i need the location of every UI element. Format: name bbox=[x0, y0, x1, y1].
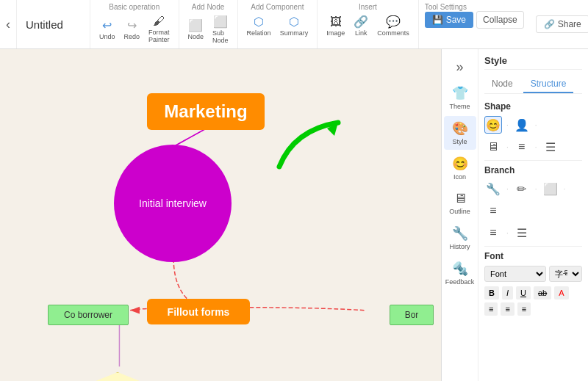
comments-icon: 💬 bbox=[386, 15, 401, 29]
node-button[interactable]: ⬜ Node bbox=[185, 17, 207, 42]
green-arrow bbox=[272, 115, 360, 174]
save-label: Save bbox=[446, 15, 466, 25]
undo-label: Undo bbox=[99, 33, 115, 40]
toolbar-insert-label: Insert bbox=[359, 3, 377, 11]
branch-item-5[interactable]: ≡ bbox=[484, 224, 502, 242]
sidebar-item-history[interactable]: 🔧 History bbox=[444, 221, 476, 255]
borrow-right-node[interactable]: Bor bbox=[390, 305, 434, 325]
save-button[interactable]: 💾 Save bbox=[425, 12, 473, 28]
underline-button[interactable]: U bbox=[516, 286, 531, 300]
format-painter-icon: 🖌 bbox=[153, 15, 165, 28]
sidebar-item-icon[interactable]: 😊 Icon bbox=[444, 151, 476, 185]
fillout-forms-node[interactable]: Fillout forms bbox=[147, 299, 250, 324]
branch-item-6[interactable]: ☰ bbox=[513, 224, 531, 242]
tool-settings: Tool Settings 💾 Save Collapse bbox=[419, 0, 530, 48]
toolbar-group-basic-label: Basic operation bbox=[109, 3, 159, 11]
co-borrower-label: Co borrower bbox=[64, 310, 112, 320]
branch-item-2[interactable]: ✏ bbox=[513, 180, 531, 197]
share-button[interactable]: 🔗 Share bbox=[536, 15, 588, 33]
align-right-button[interactable]: ≡ bbox=[517, 302, 531, 316]
summary-button[interactable]: ⬡ Summary bbox=[277, 13, 312, 38]
branch-row-1: 🔧 · ✏ · ⬜ · ≡ bbox=[484, 180, 582, 219]
style-label: Style bbox=[452, 138, 467, 145]
style-icon: 🎨 bbox=[452, 120, 468, 137]
initial-interview-label: Initial interview bbox=[139, 197, 207, 209]
toolbar-group-addnode: Add Node ⬜ Node ⬜ Sub Node bbox=[179, 0, 238, 48]
header: ‹ Untitled Basic operation ↩ Undo ↪ Redo… bbox=[0, 0, 588, 49]
shape-smile[interactable]: 😊 bbox=[484, 116, 502, 134]
dot2: · bbox=[535, 121, 537, 129]
tab-node[interactable]: Node bbox=[484, 76, 520, 93]
shape-title: Shape bbox=[484, 101, 582, 112]
shape-person[interactable]: 👤 bbox=[513, 116, 531, 134]
back-button[interactable]: ‹ bbox=[0, 0, 17, 48]
marketing-node[interactable]: Marketing bbox=[147, 93, 265, 130]
dot1: · bbox=[506, 121, 509, 129]
comments-button[interactable]: 💬 Comments bbox=[374, 13, 412, 38]
canvas[interactable]: Marketing Initial interview Fillout form… bbox=[0, 49, 441, 381]
icon-label: Icon bbox=[453, 173, 466, 181]
sidebar-item-outline[interactable]: 🖥 Outline bbox=[444, 186, 476, 219]
sidebar-item-style[interactable]: 🎨 Style bbox=[444, 116, 476, 150]
feedback-icon: 🔩 bbox=[452, 261, 468, 277]
subnode-button[interactable]: ⬜ Sub Node bbox=[209, 13, 232, 46]
bold-button[interactable]: B bbox=[484, 286, 499, 300]
undo-button[interactable]: ↩ Undo bbox=[96, 17, 118, 42]
sidebar-item-theme[interactable]: 👕 Theme bbox=[444, 81, 476, 115]
format-painter-button[interactable]: 🖌 Format Painter bbox=[146, 13, 173, 45]
dot6: · bbox=[535, 185, 537, 193]
sidebar-icon-strip: » 👕 Theme 🎨 Style 😊 Icon 🖥 Outline 🔧 His… bbox=[442, 49, 478, 381]
shape-row-2: 🖥 · ≡ · ☰ bbox=[484, 138, 582, 156]
image-icon: 🖼 bbox=[330, 15, 342, 29]
sidebar: » 👕 Theme 🎨 Style 😊 Icon 🖥 Outline 🔧 His… bbox=[441, 49, 588, 381]
initial-interview-node[interactable]: Initial interview bbox=[114, 145, 232, 262]
link-button[interactable]: 🔗 Link bbox=[351, 13, 371, 38]
toolbar: Basic operation ↩ Undo ↪ Redo 🖌 Format P… bbox=[90, 0, 419, 48]
italic-button[interactable]: I bbox=[502, 286, 513, 300]
divider2 bbox=[484, 246, 582, 247]
co-borrower-node[interactable]: Co borrower bbox=[48, 305, 129, 325]
link-label: Link bbox=[355, 29, 368, 37]
borrow-right-label: Bor bbox=[405, 310, 419, 320]
redo-button[interactable]: ↪ Redo bbox=[121, 17, 143, 42]
align-left-button[interactable]: ≡ bbox=[484, 302, 498, 316]
font-size-select[interactable]: 字号 bbox=[549, 266, 582, 282]
outline-label: Outline bbox=[449, 208, 470, 215]
branch-item-3[interactable]: ⬜ bbox=[542, 180, 559, 197]
relation-icon: ⬡ bbox=[254, 15, 264, 29]
save-icon: 💾 bbox=[432, 15, 443, 25]
shape-lines1[interactable]: ≡ bbox=[513, 138, 531, 156]
sidebar-item-feedback[interactable]: 🔩 Feedback bbox=[444, 256, 476, 290]
style-panel: Style Node Structure Shape 😊 · 👤 · 🖥 · ≡… bbox=[478, 49, 588, 381]
dot3: · bbox=[506, 143, 509, 151]
save-collapse-row: 💾 Save Collapse bbox=[425, 11, 524, 29]
font-select[interactable]: Font bbox=[484, 266, 546, 282]
font-align-row: ≡ ≡ ≡ bbox=[484, 302, 582, 316]
format-painter-label: Format Painter bbox=[148, 29, 170, 43]
tool-settings-label: Tool Settings bbox=[425, 0, 467, 11]
collapse-button[interactable]: Collapse bbox=[476, 11, 524, 29]
shape-lines2[interactable]: ☰ bbox=[542, 138, 559, 156]
branch-item-4[interactable]: ≡ bbox=[484, 202, 502, 219]
sidebar-collapse-btn[interactable]: » bbox=[444, 55, 476, 79]
strikethrough-button[interactable]: ab bbox=[534, 286, 551, 300]
history-label: History bbox=[449, 243, 470, 250]
approval-node[interactable]: Approval bbox=[81, 372, 154, 381]
align-center-button[interactable]: ≡ bbox=[501, 302, 514, 316]
marketing-label: Marketing bbox=[164, 101, 247, 122]
toolbar-addnode-items: ⬜ Node ⬜ Sub Node bbox=[185, 13, 232, 46]
image-button[interactable]: 🖼 Image bbox=[323, 14, 348, 38]
node-label: Node bbox=[188, 33, 204, 40]
font-select-row: Font 字号 bbox=[484, 266, 582, 282]
branch-item-1[interactable]: 🔧 bbox=[484, 180, 502, 197]
summary-label: Summary bbox=[280, 29, 309, 37]
icon-icon: 😊 bbox=[452, 156, 468, 172]
tab-structure[interactable]: Structure bbox=[523, 76, 574, 93]
share-export-area: 🔗 Share 📁 Export bbox=[530, 0, 588, 48]
fontcolor-button[interactable]: A bbox=[554, 286, 568, 300]
toolbar-addnode-label: Add Node bbox=[192, 3, 224, 11]
relation-button[interactable]: ⬡ Relation bbox=[244, 13, 274, 38]
node-icon: ⬜ bbox=[188, 18, 203, 32]
toolbar-insert-items: 🖼 Image 🔗 Link 💬 Comments bbox=[323, 13, 412, 38]
shape-monitor[interactable]: 🖥 bbox=[484, 138, 502, 156]
